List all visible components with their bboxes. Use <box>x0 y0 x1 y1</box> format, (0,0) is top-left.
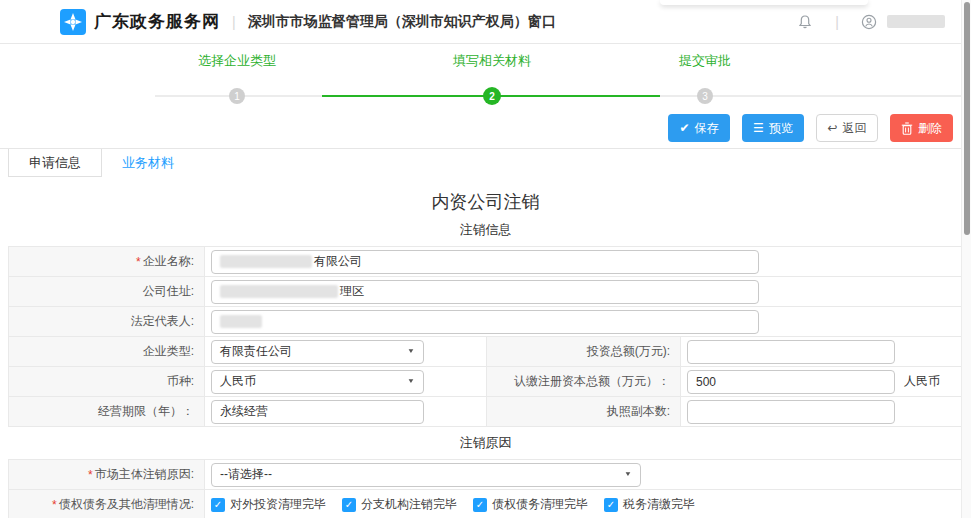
screen: 广东政务服务网 | 深圳市市场监督管理局（深圳市知识产权局）窗口 | 选择企业类… <box>0 0 971 518</box>
license-copies-label: 执照副本数: <box>486 397 681 426</box>
vertical-scrollbar[interactable] <box>961 0 971 518</box>
business-term-cell <box>205 397 486 426</box>
company-address-label: 公司住址: <box>9 277 205 306</box>
company-name-cell: 有限公司 <box>205 247 962 276</box>
form-row-term-license: 经营期限（年）： 执照副本数: <box>9 397 962 427</box>
capital-currency-suffix: 人民币 <box>904 373 940 390</box>
company-address-cell: 理区 <box>205 277 962 306</box>
company-type-label: 企业类型: <box>9 337 205 366</box>
currency-select[interactable]: 人民币 ▼ <box>211 370 424 394</box>
back-button-label: 返回 <box>843 120 867 137</box>
checkbox-debts-cleared[interactable]: ✓ 债权债务清理完毕 <box>473 496 588 513</box>
dereg-reason-cell: --请选择-- ▼ <box>205 460 962 489</box>
cleanup-checkbox-group: ✓ 对外投资清理完毕 ✓ 分支机构注销完毕 ✓ 债权债务清理完毕 ✓ <box>211 496 695 513</box>
tab-bar: 申请信息 业务材料 <box>0 148 971 177</box>
company-type-cell: 有限责任公司 ▼ <box>205 337 486 366</box>
business-term-input[interactable] <box>211 400 424 424</box>
form-row-currency-capital: 币种: 人民币 ▼ 认缴注册资本总额（万元）： 人民币 <box>9 367 962 397</box>
step-circle-1: 1 <box>229 88 245 104</box>
bell-icon[interactable] <box>797 14 813 30</box>
check-icon: ✔ <box>679 122 689 134</box>
user-name-redacted[interactable] <box>887 15 945 28</box>
tab-application-info[interactable]: 申请信息 <box>8 149 102 177</box>
registered-capital-label: 认缴注册资本总额（万元）： <box>486 367 681 396</box>
preview-button[interactable]: ☰ 预览 <box>742 114 804 142</box>
page-title: 内资公司注销 <box>8 190 963 214</box>
step-select-type: 选择企业类型 1 <box>157 52 317 70</box>
redacted-text <box>220 315 262 328</box>
required-mark: * <box>88 468 93 482</box>
popup-edge-shadow <box>660 0 868 5</box>
chevron-down-icon: ▼ <box>407 378 415 385</box>
required-mark: * <box>52 498 57 512</box>
tab-business-materials[interactable]: 业务材料 <box>102 149 194 177</box>
step-circle-3: 3 <box>697 88 713 104</box>
user-avatar-icon[interactable] <box>861 14 877 30</box>
step-indicator: 选择企业类型 1 填写相关材料 2 提交审批 3 <box>0 44 971 114</box>
invest-total-label: 投资总额(万元): <box>486 337 681 366</box>
main-content: 内资公司注销 注销信息 * 企业名称: 有限公司 公司住址: <box>0 190 971 518</box>
step-circle-2: 2 <box>483 87 501 105</box>
checkbox-taxes-settled[interactable]: ✓ 税务清缴完毕 <box>604 496 695 513</box>
save-button-label: 保存 <box>695 120 719 137</box>
step-label: 提交审批 <box>625 52 785 70</box>
preview-button-label: 预览 <box>769 120 793 137</box>
license-copies-cell <box>681 397 962 426</box>
header-right-divider: | <box>835 14 839 30</box>
invest-total-input[interactable] <box>687 340 895 364</box>
company-type-select[interactable]: 有限责任公司 ▼ <box>211 340 424 364</box>
delete-button-label: 删除 <box>918 120 942 137</box>
redacted-text <box>220 285 338 298</box>
deregistration-reason-table: * 市场主体注销原因: --请选择-- ▼ * 债权债务及其他清理情况: <box>8 459 963 518</box>
registered-capital-input[interactable] <box>687 370 895 394</box>
license-copies-input[interactable] <box>687 400 895 424</box>
section-title-info: 注销信息 <box>8 221 963 239</box>
scrollbar-thumb[interactable] <box>964 2 970 235</box>
company-address-input[interactable]: 理区 <box>211 280 759 304</box>
checkbox-branches-deregistered[interactable]: ✓ 分支机构注销完毕 <box>342 496 457 513</box>
delete-button[interactable]: 删除 <box>890 114 953 142</box>
window-title: 深圳市市场监督管理局（深圳市知识产权局）窗口 <box>248 13 556 31</box>
form-row-company-name: * 企业名称: 有限公司 <box>9 247 962 277</box>
checkbox-checked-icon: ✓ <box>473 498 487 512</box>
business-term-label: 经营期限（年）： <box>9 397 205 426</box>
registered-capital-cell: 人民币 <box>681 367 962 396</box>
cleanup-status-label: * 债权债务及其他清理情况: <box>9 490 205 518</box>
chevron-down-icon: ▼ <box>624 471 632 478</box>
save-button[interactable]: ✔ 保存 <box>668 114 730 142</box>
list-icon: ☰ <box>753 122 764 134</box>
deregistration-info-table: * 企业名称: 有限公司 公司住址: 理区 <box>8 246 963 427</box>
legal-rep-input[interactable] <box>211 310 759 334</box>
company-name-label: * 企业名称: <box>9 247 205 276</box>
header-right: | <box>797 14 945 30</box>
step-label: 填写相关材料 <box>412 52 572 70</box>
dereg-reason-label: * 市场主体注销原因: <box>9 460 205 489</box>
currency-label: 币种: <box>9 367 205 396</box>
checkbox-foreign-investment-cleared[interactable]: ✓ 对外投资清理完毕 <box>211 496 326 513</box>
back-button[interactable]: ↩ 返回 <box>816 114 878 142</box>
step-submit-approval: 提交审批 3 <box>625 52 785 70</box>
checkbox-checked-icon: ✓ <box>342 498 356 512</box>
currency-cell: 人民币 ▼ <box>205 367 486 396</box>
legal-rep-cell <box>205 307 962 336</box>
redacted-text <box>220 255 312 268</box>
section-title-reason: 注销原因 <box>8 434 963 452</box>
form-row-type-invest: 企业类型: 有限责任公司 ▼ 投资总额(万元): <box>9 337 962 367</box>
company-name-input[interactable]: 有限公司 <box>211 250 759 274</box>
dereg-reason-select[interactable]: --请选择-- ▼ <box>211 463 641 487</box>
legal-rep-label: 法定代表人: <box>9 307 205 336</box>
trash-icon <box>901 122 913 135</box>
step-label: 选择企业类型 <box>157 52 317 70</box>
invest-total-cell <box>681 337 962 366</box>
gdzwfw-logo-icon <box>60 9 86 35</box>
form-row-legal-rep: 法定代表人: <box>9 307 962 337</box>
required-mark: * <box>136 255 141 269</box>
cleanup-status-cell: ✓ 对外投资清理完毕 ✓ 分支机构注销完毕 ✓ 债权债务清理完毕 ✓ <box>205 490 962 518</box>
header-divider: | <box>232 14 236 30</box>
toolbar: ✔ 保存 ☰ 预览 ↩ 返回 删除 <box>0 114 971 142</box>
form-row-dereg-reason: * 市场主体注销原因: --请选择-- ▼ <box>9 460 962 490</box>
chevron-down-icon: ▼ <box>407 348 415 355</box>
brand-title[interactable]: 广东政务服务网 <box>94 10 220 33</box>
header: 广东政务服务网 | 深圳市市场监督管理局（深圳市知识产权局）窗口 | <box>0 0 971 44</box>
checkbox-checked-icon: ✓ <box>604 498 618 512</box>
